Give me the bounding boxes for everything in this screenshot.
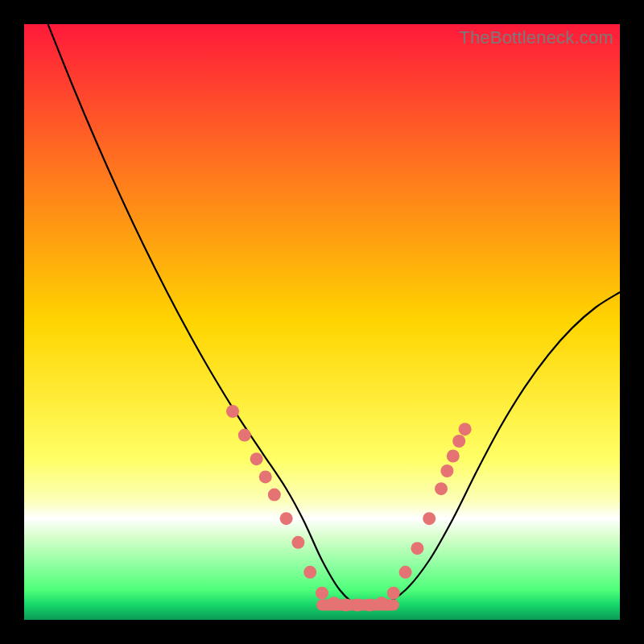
gradient-background: [24, 24, 620, 620]
data-point: [387, 587, 400, 600]
watermark-text: TheBottleneck.com: [459, 27, 613, 48]
data-point: [459, 423, 472, 436]
data-point: [351, 599, 364, 612]
data-point: [268, 489, 281, 502]
data-point: [435, 482, 448, 495]
data-point: [303, 566, 316, 579]
data-point: [375, 597, 388, 609]
data-point: [238, 429, 251, 442]
data-point: [250, 452, 263, 465]
data-point: [440, 464, 453, 477]
data-point: [452, 435, 465, 448]
data-point: [363, 599, 376, 612]
data-point: [280, 512, 293, 525]
data-point: [291, 536, 304, 549]
data-point: [423, 512, 436, 525]
data-point: [447, 450, 460, 463]
data-point: [411, 542, 423, 555]
bottleneck-chart: [24, 24, 620, 620]
chart-frame: TheBottleneck.com: [24, 24, 620, 620]
data-point: [399, 566, 412, 579]
data-point: [328, 597, 341, 609]
data-point: [226, 405, 239, 418]
data-point: [340, 599, 353, 612]
data-point: [259, 470, 272, 483]
data-point: [316, 587, 328, 600]
